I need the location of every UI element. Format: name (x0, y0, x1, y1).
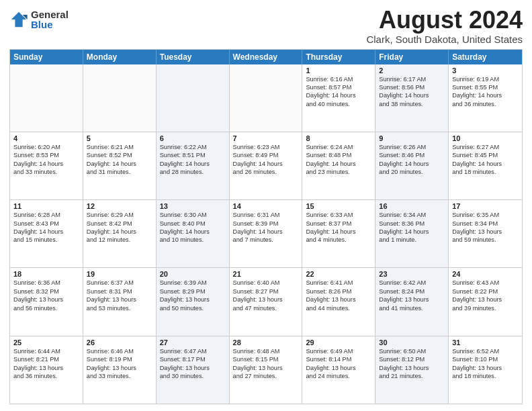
cal-day-25: 25Sunrise: 6:44 AMSunset: 8:21 PMDayligh… (10, 336, 83, 404)
day-number: 1 (306, 66, 371, 75)
main-title: August 2024 (366, 7, 523, 34)
day-number: 12 (87, 202, 152, 210)
day-info: Sunrise: 6:35 AMSunset: 8:34 PMDaylight:… (452, 211, 519, 244)
cal-day-2: 2Sunrise: 6:17 AMSunset: 8:56 PMDaylight… (375, 64, 449, 132)
cal-week-3: 11Sunrise: 6:28 AMSunset: 8:43 PMDayligh… (10, 200, 522, 268)
logo-blue-text: Blue (31, 19, 69, 30)
day-number: 25 (13, 338, 79, 347)
cal-day-27: 27Sunrise: 6:47 AMSunset: 8:17 PMDayligh… (157, 336, 230, 404)
day-number: 10 (452, 134, 519, 142)
day-number: 2 (379, 66, 445, 75)
day-info: Sunrise: 6:24 AMSunset: 8:48 PMDaylight:… (306, 143, 371, 177)
day-number: 26 (87, 338, 152, 347)
cal-day-15: 15Sunrise: 6:33 AMSunset: 8:37 PMDayligh… (302, 200, 375, 267)
day-info: Sunrise: 6:52 AMSunset: 8:10 PMDaylight:… (452, 347, 519, 381)
cal-week-1: 1Sunrise: 6:16 AMSunset: 8:57 PMDaylight… (10, 64, 522, 132)
cal-day-10: 10Sunrise: 6:27 AMSunset: 8:45 PMDayligh… (449, 132, 522, 199)
cal-day-18: 18Sunrise: 6:36 AMSunset: 8:32 PMDayligh… (10, 268, 83, 335)
cal-day-19: 19Sunrise: 6:37 AMSunset: 8:31 PMDayligh… (83, 268, 157, 335)
day-info: Sunrise: 6:33 AMSunset: 8:37 PMDaylight:… (306, 211, 371, 244)
cal-day-3: 3Sunrise: 6:19 AMSunset: 8:55 PMDaylight… (449, 64, 522, 132)
cal-empty-0-0 (10, 64, 83, 132)
day-info: Sunrise: 6:36 AMSunset: 8:32 PMDaylight:… (13, 279, 79, 312)
cal-day-28: 28Sunrise: 6:48 AMSunset: 8:15 PMDayligh… (230, 336, 303, 404)
cal-day-20: 20Sunrise: 6:39 AMSunset: 8:29 PMDayligh… (157, 268, 230, 335)
day-info: Sunrise: 6:29 AMSunset: 8:42 PMDaylight:… (87, 211, 152, 244)
day-number: 17 (452, 202, 519, 210)
cal-day-8: 8Sunrise: 6:24 AMSunset: 8:48 PMDaylight… (302, 132, 375, 199)
day-number: 11 (13, 202, 79, 210)
day-number: 28 (233, 338, 299, 347)
cal-day-21: 21Sunrise: 6:40 AMSunset: 8:27 PMDayligh… (230, 268, 303, 335)
day-number: 19 (87, 270, 152, 278)
day-number: 31 (452, 338, 519, 347)
day-number: 4 (13, 134, 79, 142)
day-info: Sunrise: 6:27 AMSunset: 8:45 PMDaylight:… (452, 143, 519, 177)
subtitle: Clark, South Dakota, United States (366, 34, 523, 45)
header: General Blue August 2024 Clark, South Da… (9, 7, 523, 45)
day-number: 14 (233, 202, 299, 210)
cal-day-31: 31Sunrise: 6:52 AMSunset: 8:10 PMDayligh… (449, 336, 522, 404)
day-info: Sunrise: 6:30 AMSunset: 8:40 PMDaylight:… (160, 211, 226, 244)
cal-day-12: 12Sunrise: 6:29 AMSunset: 8:42 PMDayligh… (83, 200, 157, 267)
logo-general-text: General (31, 9, 69, 19)
day-info: Sunrise: 6:37 AMSunset: 8:31 PMDaylight:… (87, 279, 152, 312)
day-number: 27 (160, 338, 226, 347)
cal-day-22: 22Sunrise: 6:41 AMSunset: 8:26 PMDayligh… (302, 268, 375, 335)
day-info: Sunrise: 6:48 AMSunset: 8:15 PMDaylight:… (233, 347, 299, 381)
cal-header-monday: Monday (83, 50, 157, 64)
day-info: Sunrise: 6:34 AMSunset: 8:36 PMDaylight:… (379, 211, 445, 244)
day-number: 13 (160, 202, 226, 210)
cal-day-7: 7Sunrise: 6:23 AMSunset: 8:49 PMDaylight… (230, 132, 303, 199)
cal-day-17: 17Sunrise: 6:35 AMSunset: 8:34 PMDayligh… (449, 200, 522, 267)
day-number: 24 (452, 270, 519, 278)
day-info: Sunrise: 6:19 AMSunset: 8:55 PMDaylight:… (452, 75, 519, 109)
day-info: Sunrise: 6:44 AMSunset: 8:21 PMDaylight:… (13, 347, 79, 381)
day-info: Sunrise: 6:28 AMSunset: 8:43 PMDaylight:… (13, 211, 79, 244)
cal-day-14: 14Sunrise: 6:31 AMSunset: 8:39 PMDayligh… (230, 200, 303, 267)
calendar: SundayMondayTuesdayWednesdayThursdayFrid… (9, 49, 523, 404)
logo-text: General Blue (31, 9, 69, 30)
day-info: Sunrise: 6:49 AMSunset: 8:14 PMDaylight:… (306, 347, 371, 381)
cal-empty-0-1 (83, 64, 157, 132)
day-info: Sunrise: 6:22 AMSunset: 8:51 PMDaylight:… (160, 143, 226, 177)
day-number: 15 (306, 202, 371, 210)
day-number: 5 (87, 134, 152, 142)
day-number: 7 (233, 134, 299, 142)
day-number: 3 (452, 66, 519, 75)
logo-icon (9, 10, 28, 29)
cal-day-23: 23Sunrise: 6:42 AMSunset: 8:24 PMDayligh… (375, 268, 449, 335)
cal-day-16: 16Sunrise: 6:34 AMSunset: 8:36 PMDayligh… (375, 200, 449, 267)
cal-day-5: 5Sunrise: 6:21 AMSunset: 8:52 PMDaylight… (83, 132, 157, 199)
cal-header-tuesday: Tuesday (157, 50, 230, 64)
day-number: 20 (160, 270, 226, 278)
cal-day-26: 26Sunrise: 6:46 AMSunset: 8:19 PMDayligh… (83, 336, 157, 404)
day-number: 6 (160, 134, 226, 142)
calendar-header: SundayMondayTuesdayWednesdayThursdayFrid… (10, 50, 522, 64)
day-number: 30 (379, 338, 445, 347)
cal-header-sunday: Sunday (10, 50, 83, 64)
svg-marker-0 (11, 12, 26, 27)
day-info: Sunrise: 6:41 AMSunset: 8:26 PMDaylight:… (306, 279, 371, 312)
day-info: Sunrise: 6:39 AMSunset: 8:29 PMDaylight:… (160, 279, 226, 312)
cal-week-4: 18Sunrise: 6:36 AMSunset: 8:32 PMDayligh… (10, 268, 522, 336)
day-info: Sunrise: 6:42 AMSunset: 8:24 PMDaylight:… (379, 279, 445, 312)
cal-day-4: 4Sunrise: 6:20 AMSunset: 8:53 PMDaylight… (10, 132, 83, 199)
day-info: Sunrise: 6:50 AMSunset: 8:12 PMDaylight:… (379, 347, 445, 381)
day-info: Sunrise: 6:17 AMSunset: 8:56 PMDaylight:… (379, 75, 445, 109)
day-number: 22 (306, 270, 371, 278)
page: General Blue August 2024 Clark, South Da… (0, 0, 532, 411)
cal-empty-0-3 (230, 64, 303, 132)
day-info: Sunrise: 6:26 AMSunset: 8:46 PMDaylight:… (379, 143, 445, 177)
day-number: 9 (379, 134, 445, 142)
cal-day-6: 6Sunrise: 6:22 AMSunset: 8:51 PMDaylight… (157, 132, 230, 199)
cal-day-11: 11Sunrise: 6:28 AMSunset: 8:43 PMDayligh… (10, 200, 83, 267)
day-info: Sunrise: 6:47 AMSunset: 8:17 PMDaylight:… (160, 347, 226, 381)
logo: General Blue (9, 9, 69, 30)
title-block: August 2024 Clark, South Dakota, United … (366, 7, 523, 45)
day-info: Sunrise: 6:43 AMSunset: 8:22 PMDaylight:… (452, 279, 519, 312)
day-info: Sunrise: 6:20 AMSunset: 8:53 PMDaylight:… (13, 143, 79, 177)
cal-day-29: 29Sunrise: 6:49 AMSunset: 8:14 PMDayligh… (302, 336, 375, 404)
cal-header-thursday: Thursday (302, 50, 375, 64)
cal-empty-0-2 (157, 64, 230, 132)
